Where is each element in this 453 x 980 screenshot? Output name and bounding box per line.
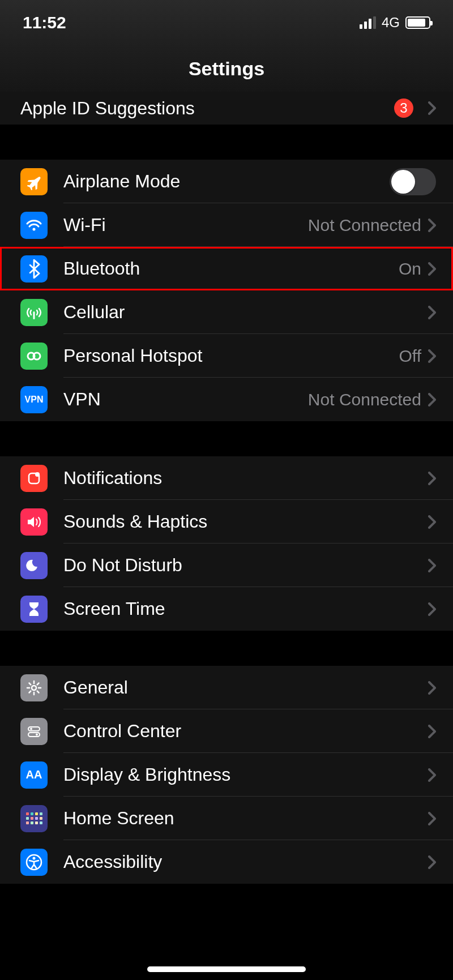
notification-badge: 3 — [394, 99, 413, 118]
svg-line-13 — [29, 691, 31, 692]
row-screen-time[interactable]: Screen Time — [0, 587, 453, 631]
airplane-mode-toggle[interactable] — [390, 168, 436, 195]
row-sounds-haptics[interactable]: Sounds & Haptics — [0, 500, 453, 544]
display-icon: AA — [20, 761, 48, 789]
row-control-center[interactable]: Control Center — [0, 709, 453, 753]
wifi-icon — [20, 212, 48, 239]
row-home-screen[interactable]: Home Screen — [0, 797, 453, 840]
row-label: Accessibility — [63, 851, 428, 872]
chevron-right-icon — [428, 393, 436, 406]
chevron-right-icon — [428, 725, 436, 738]
battery-icon — [405, 16, 430, 29]
chevron-right-icon — [428, 768, 436, 782]
svg-point-18 — [36, 733, 38, 735]
row-label: Screen Time — [63, 598, 428, 619]
row-value: Not Connected — [308, 390, 421, 409]
row-do-not-disturb[interactable]: Do Not Disturb — [0, 544, 453, 587]
svg-point-6 — [32, 686, 36, 690]
svg-point-20 — [33, 857, 36, 859]
row-personal-hotspot[interactable]: Personal Hotspot Off — [0, 334, 453, 378]
chevron-right-icon — [428, 472, 436, 485]
network-type: 4G — [382, 15, 400, 31]
airplane-icon — [20, 168, 48, 195]
row-accessibility[interactable]: Accessibility — [0, 840, 453, 884]
row-label: VPN — [63, 389, 308, 410]
row-label: Personal Hotspot — [63, 345, 399, 366]
row-value: Not Connected — [308, 216, 421, 235]
svg-rect-1 — [33, 311, 35, 319]
row-label: Wi-Fi — [63, 215, 308, 236]
row-vpn[interactable]: VPN VPN Not Connected — [0, 378, 453, 421]
chevron-right-icon — [428, 602, 436, 616]
chevron-right-icon — [428, 812, 436, 825]
row-display-brightness[interactable]: AA Display & Brightness — [0, 753, 453, 797]
row-notifications[interactable]: Notifications — [0, 456, 453, 500]
row-value: On — [399, 259, 421, 279]
vpn-icon: VPN — [20, 386, 48, 413]
cellular-icon — [20, 299, 48, 326]
page-title: Settings — [189, 58, 264, 80]
status-bar: 11:52 4G — [0, 0, 453, 45]
row-airplane-mode[interactable]: Airplane Mode — [0, 160, 453, 203]
row-wifi[interactable]: Wi-Fi Not Connected — [0, 203, 453, 247]
chevron-right-icon — [428, 306, 436, 319]
row-cellular[interactable]: Cellular — [0, 290, 453, 334]
dnd-icon — [20, 552, 48, 579]
status-time: 11:52 — [23, 13, 66, 32]
chevron-right-icon — [428, 349, 436, 363]
nav-header: Settings — [0, 45, 453, 92]
row-label: Display & Brightness — [63, 764, 428, 785]
chevron-right-icon — [428, 559, 436, 572]
home-screen-icon — [20, 805, 48, 832]
row-label: Sounds & Haptics — [63, 511, 428, 532]
chevron-right-icon — [428, 515, 436, 529]
row-label: Control Center — [63, 721, 428, 742]
svg-point-0 — [33, 228, 36, 230]
row-label: General — [63, 677, 428, 698]
row-general[interactable]: General — [0, 666, 453, 709]
row-label: Bluetooth — [63, 258, 399, 279]
accessibility-icon — [20, 849, 48, 876]
row-label: Home Screen — [63, 808, 428, 829]
svg-line-14 — [37, 683, 39, 684]
svg-line-12 — [37, 691, 39, 692]
row-apple-id-suggestions[interactable]: Apple ID Suggestions 3 — [0, 92, 453, 125]
row-label: Notifications — [63, 468, 428, 489]
chevron-right-icon — [428, 262, 436, 276]
svg-point-5 — [35, 472, 40, 477]
row-label: Do Not Disturb — [63, 555, 428, 576]
svg-point-16 — [30, 727, 32, 730]
general-icon — [20, 674, 48, 701]
signal-icon — [360, 16, 376, 29]
row-label: Cellular — [63, 302, 428, 323]
svg-line-11 — [29, 683, 31, 684]
chevron-right-icon — [428, 855, 436, 869]
sounds-icon — [20, 508, 48, 536]
bluetooth-icon — [20, 255, 48, 283]
row-label: Apple ID Suggestions — [20, 98, 394, 119]
chevron-right-icon — [428, 101, 436, 115]
screen-time-icon — [20, 596, 48, 623]
notifications-icon — [20, 465, 48, 492]
status-indicators: 4G — [360, 15, 430, 31]
hotspot-icon — [20, 343, 48, 370]
chevron-right-icon — [428, 219, 436, 232]
row-bluetooth[interactable]: Bluetooth On — [0, 247, 453, 290]
home-indicator[interactable] — [147, 966, 306, 972]
chevron-right-icon — [428, 681, 436, 695]
row-value: Off — [399, 346, 421, 366]
control-center-icon — [20, 718, 48, 745]
row-label: Airplane Mode — [63, 171, 390, 192]
